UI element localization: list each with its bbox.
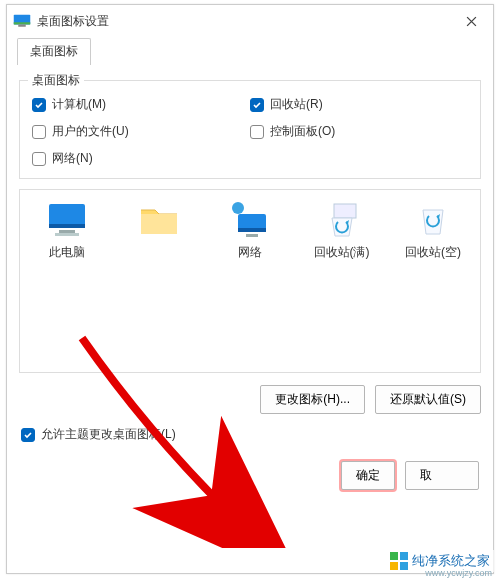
checkbox-label: 计算机(M) [52, 96, 106, 113]
checkbox-computer[interactable]: 计算机(M) [32, 96, 250, 113]
svg-rect-6 [55, 233, 79, 236]
monitor-icon [45, 200, 89, 240]
checkbox-label: 控制面板(O) [270, 123, 335, 140]
svg-rect-12 [334, 204, 356, 218]
cancel-button[interactable]: 取 [405, 461, 479, 490]
icon-recycle-full[interactable]: 回收站(满) [305, 200, 379, 261]
svg-rect-1 [14, 22, 31, 24]
checkbox-label: 回收站(R) [270, 96, 323, 113]
dialog-window: 桌面图标设置 桌面图标 桌面图标 计算机(M) 回收站(R) 用户的文件(U) [6, 4, 494, 574]
window-title: 桌面图标设置 [37, 13, 455, 30]
app-icon [13, 14, 31, 28]
network-icon [228, 200, 272, 240]
checkbox-label: 用户的文件(U) [52, 123, 129, 140]
checkbox-userfiles[interactable]: 用户的文件(U) [32, 123, 250, 140]
svg-rect-2 [18, 25, 26, 27]
checkbox-control[interactable]: 控制面板(O) [250, 123, 468, 140]
icons-preview-box: 此电脑 网络 回收 [19, 189, 481, 373]
svg-rect-4 [49, 224, 85, 228]
check-icon [250, 125, 264, 139]
group-desktop-icons: 桌面图标 计算机(M) 回收站(R) 用户的文件(U) 控制面板(O) [19, 80, 481, 179]
svg-point-8 [232, 202, 244, 214]
svg-rect-10 [238, 228, 266, 232]
recycle-empty-icon [411, 200, 455, 240]
watermark-url: www.ycwjzy.com [425, 568, 492, 578]
check-icon [32, 98, 46, 112]
icon-label: 回收站(空) [405, 244, 461, 261]
check-icon [250, 98, 264, 112]
change-icon-button[interactable]: 更改图标(H)... [260, 385, 365, 414]
icon-network[interactable]: 网络 [213, 200, 287, 261]
checkbox-recycle[interactable]: 回收站(R) [250, 96, 468, 113]
svg-rect-7 [141, 214, 177, 234]
svg-rect-5 [59, 230, 75, 233]
svg-rect-11 [246, 234, 258, 237]
checkbox-label: 网络(N) [52, 150, 93, 167]
checkbox-label: 允许主题更改桌面图标(L) [41, 426, 176, 443]
titlebar: 桌面图标设置 [7, 5, 493, 37]
ok-button[interactable]: 确定 [341, 461, 395, 490]
folder-icon [137, 200, 181, 240]
check-icon [32, 125, 46, 139]
icon-label: 网络 [238, 244, 262, 261]
icon-this-pc[interactable]: 此电脑 [30, 200, 104, 261]
tab-desktop-icons[interactable]: 桌面图标 [17, 38, 91, 65]
icon-recycle-empty[interactable]: 回收站(空) [396, 200, 470, 261]
dialog-footer: 确定 取 [7, 453, 493, 498]
close-button[interactable] [455, 5, 487, 37]
icon-folder[interactable] [122, 200, 196, 244]
check-icon [32, 152, 46, 166]
icon-label: 回收站(满) [314, 244, 370, 261]
check-icon [21, 428, 35, 442]
tabs: 桌面图标 [7, 37, 493, 64]
recycle-full-icon [320, 200, 364, 240]
restore-default-button[interactable]: 还原默认值(S) [375, 385, 481, 414]
icon-label: 此电脑 [49, 244, 85, 261]
checkbox-allow-themes[interactable]: 允许主题更改桌面图标(L) [21, 426, 481, 443]
watermark-icon [390, 552, 408, 570]
group-legend: 桌面图标 [28, 72, 84, 89]
checkbox-network[interactable]: 网络(N) [32, 150, 250, 167]
